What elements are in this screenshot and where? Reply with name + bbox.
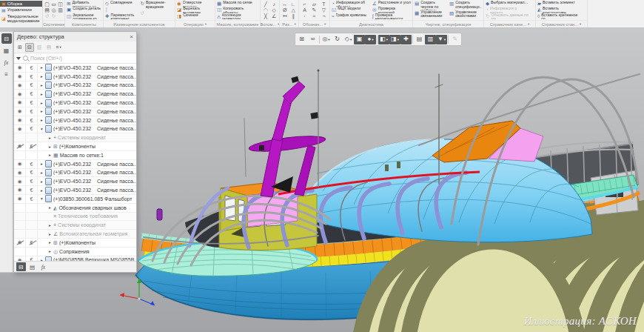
curvature-graph[interactable]: ≈График кривизны bbox=[332, 13, 370, 19]
tree-row[interactable]: ▸∠Вспомогательная геометрия bbox=[14, 230, 136, 239]
tree-view-structure-button[interactable]: ⊟ bbox=[25, 43, 34, 52]
load-state-icon[interactable]: € bbox=[26, 160, 38, 168]
dimension-icon-2[interactable]: ∟ bbox=[291, 1, 296, 7]
expand-arrow-icon[interactable]: ▸ bbox=[47, 145, 53, 149]
filter-icon[interactable] bbox=[16, 57, 21, 60]
rotate-rotation[interactable]: ↻Вращение-вращение bbox=[141, 1, 174, 10]
aux-icon-1[interactable]: ╱ bbox=[264, 1, 267, 7]
load-state-icon[interactable]: € bbox=[26, 177, 38, 185]
ribbon-tab-solid-modeling[interactable]: ◪Твердотельное моделирование bbox=[0, 13, 42, 24]
zoom-button[interactable]: ◎▾ bbox=[321, 35, 332, 44]
eye-icon[interactable]: ◉ bbox=[14, 90, 26, 98]
search-row[interactable]: Поиск (Ctrl+/) bbox=[14, 53, 136, 64]
fit-all-button[interactable]: ✚ bbox=[400, 35, 412, 44]
relations-button[interactable]: ∞ bbox=[307, 35, 318, 44]
insert-element[interactable]: ▰Вставить элемент bbox=[537, 1, 586, 7]
tree-row[interactable]: ▸+Системы координат bbox=[14, 133, 136, 142]
manage-linked-drawings[interactable]: ▦Управление связанными ч... bbox=[415, 10, 447, 20]
parameters-panel-button[interactable]: fx bbox=[1, 57, 12, 67]
expand-arrow-icon[interactable]: ▸ bbox=[47, 232, 53, 236]
clip-plane-button[interactable]: ◧▾ bbox=[378, 35, 389, 44]
eye-icon[interactable]: ◉ bbox=[14, 195, 26, 203]
expand-arrow-icon[interactable]: ▸ bbox=[39, 65, 44, 70]
tree-row[interactable]: ▸◎Сопряжения bbox=[14, 248, 136, 256]
expand-arrow-icon[interactable]: ▸ bbox=[47, 223, 53, 228]
load-state-icon[interactable] bbox=[26, 204, 38, 212]
save-document[interactable]: ◫ bbox=[58, 1, 63, 7]
load-state-icon[interactable] bbox=[26, 213, 38, 221]
load-state-icon[interactable] bbox=[26, 230, 38, 238]
eye-icon[interactable]: ◉ bbox=[14, 160, 26, 168]
open-document[interactable]: ▭ bbox=[51, 1, 56, 7]
tree-row[interactable]: ◉€▸(+)EVO-450.232 _ Сиденье пасса... bbox=[14, 177, 136, 186]
eye-icon[interactable]: ◉ bbox=[14, 142, 26, 150]
tree-row[interactable]: ◉€▸⊞(+)Компоненты bbox=[14, 142, 136, 151]
tree-panel-button[interactable]: ⊟ bbox=[1, 33, 12, 44]
save-as[interactable]: ▥ bbox=[58, 7, 63, 13]
chevron-down-icon[interactable]: ▾ bbox=[294, 22, 295, 26]
annotation-icon-1[interactable]: ⌐ bbox=[303, 1, 306, 7]
load-state-icon[interactable]: € bbox=[26, 142, 38, 150]
annotation-icon-6[interactable]: ▽ bbox=[322, 7, 326, 13]
tree-row[interactable]: ▸+Системы координат bbox=[14, 221, 136, 230]
load-state-icon[interactable]: € bbox=[26, 239, 38, 247]
load-state-icon[interactable]: € bbox=[26, 82, 38, 90]
new-document[interactable]: ▢ bbox=[44, 1, 50, 7]
tree-row[interactable]: ◉€▸(+)EVO-450.232 _ Сиденье пасса... bbox=[14, 64, 136, 73]
tree-row[interactable]: ◉€▸(+)EVO-450.232 _ Сиденье пасса... bbox=[14, 82, 136, 90]
continuity-check[interactable]: ∫Проверка непрерывности bbox=[372, 13, 411, 19]
section[interactable]: ◨Сечение bbox=[177, 13, 213, 19]
load-state-icon[interactable]: € bbox=[26, 195, 38, 203]
mirror-components[interactable]: ◫Зеркальное отражение ко... bbox=[67, 13, 101, 19]
copy-button[interactable]: ▥ bbox=[425, 35, 436, 44]
model-mass-properties[interactable]: ◱МЦХ модели bbox=[332, 7, 370, 13]
tree-row[interactable]: ▸◭Обозначения сварных швов bbox=[14, 204, 136, 213]
eye-icon[interactable] bbox=[14, 204, 26, 212]
load-state-icon[interactable] bbox=[26, 248, 38, 256]
chevron-down-icon[interactable]: ▾ bbox=[324, 22, 326, 26]
dimension-icon-3[interactable]: Ø bbox=[283, 7, 286, 13]
expand-arrow-icon[interactable]: ▸ bbox=[39, 101, 44, 105]
expand-arrow-icon[interactable]: ▸ bbox=[39, 170, 44, 175]
search-input[interactable]: Поиск (Ctrl+/) bbox=[30, 56, 62, 61]
load-state-icon[interactable] bbox=[26, 133, 38, 142]
tree-row[interactable]: ▸▦Массив по сетке:1 bbox=[14, 151, 136, 160]
ribbon-tab-assembly[interactable]: ▣Сборка bbox=[0, 1, 42, 7]
clip-box-button[interactable]: ◨▾ bbox=[389, 35, 400, 44]
expand-arrow-icon[interactable]: ▸ bbox=[47, 240, 53, 245]
load-state-icon[interactable]: € bbox=[26, 186, 38, 194]
mate-coincident[interactable]: ◇Совпадение bbox=[105, 1, 138, 7]
geometry-collection[interactable]: ◬Коллекция геометрии bbox=[217, 13, 258, 19]
eye-icon[interactable]: ◉ bbox=[14, 169, 26, 177]
tree-view-composition-button[interactable]: ⊞ bbox=[16, 43, 24, 52]
load-state-icon[interactable] bbox=[26, 151, 38, 159]
aux-icon-4[interactable]: ◇ bbox=[272, 7, 276, 13]
print-preview[interactable]: ◎ bbox=[51, 7, 56, 13]
eye-icon[interactable] bbox=[14, 221, 26, 229]
eye-icon[interactable]: ◉ bbox=[14, 239, 26, 247]
expand-arrow-icon[interactable]: ▸ bbox=[39, 74, 44, 79]
expand-arrow-icon[interactable]: ▸ bbox=[39, 92, 44, 96]
eye-icon[interactable] bbox=[14, 151, 26, 159]
tree-row[interactable]: ◉€▸(+)EVO-450.232 _ Сиденье пасса... bbox=[14, 90, 136, 99]
expand-arrow-icon[interactable]: ▸ bbox=[39, 118, 44, 122]
aux-icon-6[interactable]: ∠ bbox=[272, 13, 276, 19]
eye-icon[interactable]: ◉ bbox=[14, 82, 26, 90]
move-component[interactable]: ✚Переместить компонент bbox=[105, 13, 138, 19]
variables-tab[interactable]: fx bbox=[38, 262, 48, 271]
eye-icon[interactable]: ◉ bbox=[14, 125, 26, 133]
dimension-icon-1[interactable]: ↔ bbox=[282, 1, 287, 7]
annotation-icon-8[interactable]: ≈ bbox=[313, 13, 316, 19]
chevron-down-icon[interactable]: ▾ bbox=[580, 22, 581, 26]
load-state-icon[interactable] bbox=[26, 221, 38, 229]
create-specification[interactable]: ▥Создать спецификаци... bbox=[449, 1, 482, 10]
chevron-down-icon[interactable]: ▾ bbox=[528, 22, 529, 26]
eye-icon[interactable] bbox=[14, 230, 26, 238]
add-component-from-file[interactable]: ⊞Добавить компонент из... bbox=[67, 1, 101, 7]
copy-objects[interactable]: ◫Копировать объекты bbox=[217, 7, 258, 13]
annotation-icon-2[interactable]: ▱ bbox=[312, 1, 316, 7]
eye-icon[interactable]: ◉ bbox=[14, 107, 26, 116]
additional-tab[interactable]: ▤ bbox=[27, 262, 37, 271]
eye-icon[interactable] bbox=[14, 248, 26, 256]
chevron-down-icon[interactable]: ▾ bbox=[278, 22, 279, 26]
